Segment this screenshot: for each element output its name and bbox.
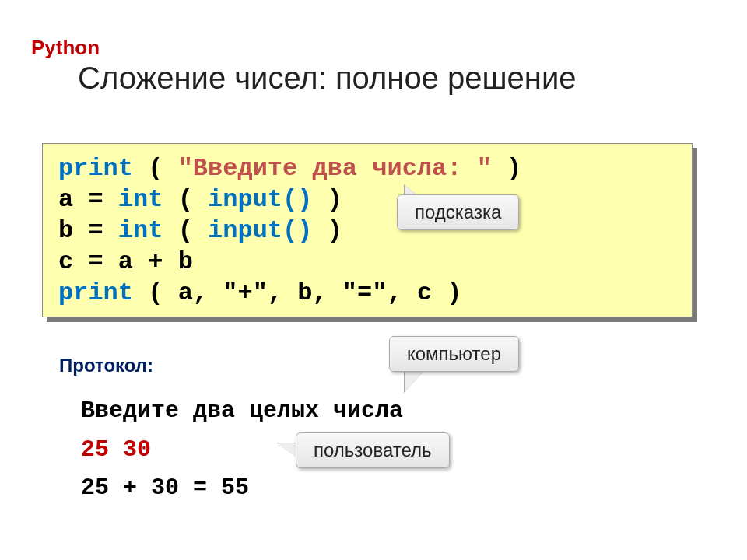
keyword-int: int bbox=[118, 185, 163, 214]
string-literal: "Введите два числа: " bbox=[178, 154, 492, 183]
keyword-int: int bbox=[118, 216, 163, 245]
code-text: ( bbox=[163, 185, 208, 214]
code-text: ( bbox=[133, 154, 178, 183]
code-line-5: print ( a, "+", b, "=", c ) bbox=[58, 278, 676, 309]
code-line-2: a = int ( input() ) bbox=[58, 184, 676, 215]
code-text: ) bbox=[492, 154, 521, 183]
code-text: ) bbox=[312, 185, 342, 214]
callout-tail bbox=[405, 370, 425, 392]
code-line-3: b = int ( input() ) bbox=[58, 215, 676, 247]
callout-hint: подсказка bbox=[397, 194, 519, 230]
code-block: print ( "Введите два числа: " ) a = int … bbox=[42, 143, 693, 317]
code-text: ( a, "+", b, "=", c ) bbox=[133, 278, 461, 307]
keyword-print: print bbox=[58, 278, 133, 307]
keyword-input: input() bbox=[208, 185, 312, 214]
code-text: ( bbox=[163, 216, 208, 245]
code-text: a = bbox=[58, 185, 118, 214]
keyword-input: input() bbox=[208, 216, 312, 245]
protocol-label: Протокол: bbox=[59, 355, 153, 376]
code-line-4: c = a + b bbox=[58, 247, 676, 278]
slide-title: Сложение чисел: полное решение bbox=[78, 61, 577, 96]
code-text: ) bbox=[312, 216, 342, 245]
code-text: b = bbox=[58, 216, 118, 245]
language-label: Python bbox=[31, 36, 100, 60]
protocol-result: 25 + 30 = 55 bbox=[81, 469, 403, 508]
protocol-prompt: Введите два целых числа bbox=[81, 392, 403, 431]
code-line-1: print ( "Введите два числа: " ) bbox=[58, 153, 676, 184]
keyword-print: print bbox=[58, 154, 133, 183]
callout-user: пользователь bbox=[296, 432, 450, 468]
callout-computer: компьютер bbox=[389, 336, 519, 372]
